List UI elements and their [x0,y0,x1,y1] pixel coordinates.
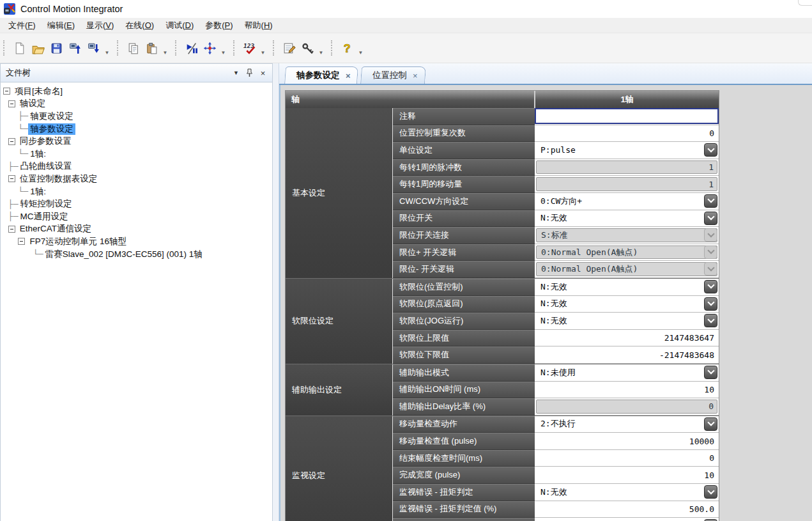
save-button[interactable] [47,39,66,58]
parameter-value-cell[interactable]: N:无效 [535,296,719,313]
tree-item-label-selected[interactable]: 轴参数设定 [28,123,75,135]
dropdown-button[interactable] [704,417,717,431]
panel-pin-icon[interactable] [244,68,255,78]
tree-item-label[interactable]: 项目[未命名] [13,86,65,97]
parameter-value-cell[interactable]: 0 [535,450,719,467]
tree-item[interactable]: 位置控制数据表设定 [1,173,272,185]
parameter-value-cell[interactable]: 10 [535,467,719,484]
panel-close-icon[interactable]: × [257,68,268,78]
tree-collapse-box[interactable] [8,138,15,145]
toolbar-drag-handle[interactable] [331,40,335,56]
parameter-value-cell[interactable]: -2147483648 [535,346,719,364]
help-button[interactable]: ? [338,39,356,58]
tree-collapse-box[interactable] [8,100,15,107]
tree-item-label[interactable]: 1轴: [28,186,48,198]
dropdown-button[interactable] [704,297,717,311]
parameter-value-cell[interactable] [535,108,719,125]
tree-item[interactable]: └─1轴: [1,148,272,160]
dropdown-button[interactable] [704,366,717,379]
tree-item[interactable]: 项目[未命名] [1,85,272,98]
menu-item-e[interactable]: 编辑(E) [42,19,80,33]
menu-item-h[interactable]: 帮助(H) [239,19,279,33]
tree-item-label[interactable]: 同步参数设置 [18,136,73,147]
tree-item-label[interactable]: FP7运动控制单元 16轴型 [27,236,128,247]
tree-item-label[interactable]: 位置控制数据表设定 [18,173,100,185]
tab-close-icon[interactable]: × [345,72,350,80]
tree-item[interactable]: FP7运动控制单元 16轴型 [1,235,272,248]
parameter-value-cell[interactable]: 10 [535,382,719,399]
device-download-button[interactable] [84,39,103,58]
menu-item-f[interactable]: 文件(F) [3,19,42,33]
tree-collapse-box[interactable] [18,238,25,245]
tree-collapse-box[interactable] [8,226,15,233]
comment-input-focused[interactable] [535,108,719,124]
tree-item[interactable]: ├─转矩控制设定 [1,198,272,210]
tree-item[interactable]: └─轴参数设定 [1,123,272,136]
tree-collapse-box[interactable] [8,175,15,182]
parameter-value-cell[interactable]: 0:CW方向+ [535,193,719,210]
parameter-value-cell[interactable]: 0 [535,125,719,143]
dropdown-button[interactable] [704,194,717,208]
parameter-value-cell[interactable]: N:无效 [535,313,719,330]
parameter-value-cell[interactable]: 10000 [535,433,719,450]
menu-item-p[interactable]: 参数(P) [199,19,238,33]
toolbar-drag-handle[interactable] [175,40,179,56]
run-stop-button[interactable] [182,39,201,58]
menu-item-o[interactable]: 在线(O) [119,19,160,33]
toolbar-overflow-chevron-icon[interactable]: ▼ [259,39,267,58]
tree-item[interactable]: ├─凸轮曲线设置 [1,160,272,173]
edit-parameter-button[interactable] [280,39,298,58]
tree-item-label[interactable]: 轴更改设定 [28,111,75,122]
tree-item-label[interactable]: 轴设定 [18,98,48,109]
new-file-button[interactable] [10,39,29,58]
axis-position-button[interactable] [201,39,219,58]
parameter-value-cell[interactable]: N:无效 [535,518,719,521]
tree-item[interactable]: EtherCAT通信设定 [1,223,272,236]
paste-button[interactable] [142,39,161,58]
tree-item[interactable]: ├─MC通用设定 [1,210,272,223]
parameter-value-cell[interactable]: N:无效 [535,484,719,501]
toolbar-drag-handle[interactable] [233,40,237,56]
copy-button[interactable] [124,39,142,58]
parameter-value-cell[interactable]: N:无效 [535,279,719,296]
tab-close-icon[interactable]: × [413,72,418,80]
toolbar-overflow-chevron-icon[interactable]: ▼ [356,39,365,58]
tree-item[interactable]: └─1轴: [1,185,272,198]
toolbar-overflow-chevron-icon[interactable]: ▼ [219,39,227,58]
parameter-value-cell[interactable]: N:未使用 [535,364,719,382]
tab-active[interactable]: 轴参数设定× [284,66,358,84]
tree-item-label[interactable]: EtherCAT通信设定 [18,223,93,235]
toolbar-drag-handle[interactable] [3,40,7,56]
parameter-value-cell[interactable]: 2:不执行 [535,416,719,433]
dropdown-button[interactable] [704,314,717,327]
menu-item-v[interactable]: 显示(V) [80,19,119,33]
tree-item-label[interactable]: 转矩控制设定 [18,198,73,210]
dropdown-button[interactable] [704,280,717,293]
tree-item[interactable]: 同步参数设置 [1,135,272,148]
dropdown-button[interactable] [704,212,717,225]
tree-item-label[interactable]: 1轴: [28,148,48,160]
key-button[interactable] [298,39,317,58]
dropdown-button[interactable] [704,485,717,499]
tree-item-label[interactable]: 雷赛Slave_002 [DM3C-EC556] (001) 1轴 [43,249,204,260]
tree-item[interactable]: ├─轴更改设定 [1,110,272,123]
toolbar-drag-handle[interactable] [273,40,277,56]
toolbar-overflow-chevron-icon[interactable]: ▼ [317,39,325,58]
tab-inactive[interactable]: 位置控制× [360,66,425,84]
panel-chevron-down-icon[interactable]: ▼ [231,68,241,78]
menu-item-d[interactable]: 调试(D) [160,19,199,33]
tree-item-label[interactable]: 凸轮曲线设置 [18,160,73,172]
toolbar-drag-handle[interactable] [117,40,121,56]
parameter-value-cell[interactable]: P:pulse [535,142,719,159]
open-folder-button[interactable] [29,39,47,58]
tree-item-label[interactable]: MC通用设定 [18,211,70,222]
dropdown-button[interactable] [704,143,717,157]
toolbar-overflow-chevron-icon[interactable]: ▼ [161,39,169,58]
tree-item[interactable]: └─雷赛Slave_002 [DM3C-EC556] (001) 1轴 [1,248,272,261]
tree-item[interactable]: 轴设定 [1,98,272,111]
parameter-value-cell[interactable]: N:无效 [535,210,719,228]
device-upload-button[interactable] [66,39,84,58]
tree-collapse-box[interactable] [3,88,10,95]
panel-splitter[interactable] [273,63,279,521]
parameter-value-cell[interactable]: 500.0 [535,501,719,518]
